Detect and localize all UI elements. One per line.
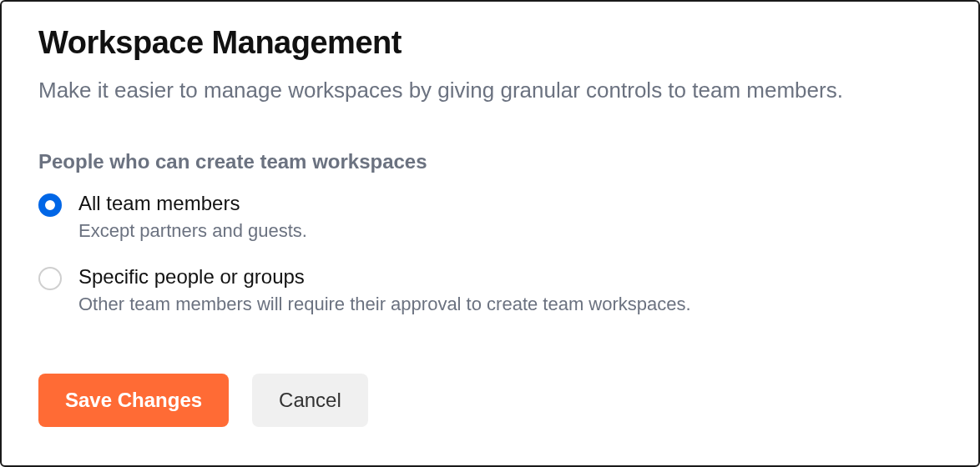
- radio-icon: [38, 193, 62, 217]
- radio-content: All team members Except partners and gue…: [78, 192, 307, 242]
- radio-option-all-members[interactable]: All team members Except partners and gue…: [38, 192, 942, 242]
- save-button[interactable]: Save Changes: [38, 374, 229, 427]
- section-label: People who can create team workspaces: [38, 150, 942, 173]
- radio-icon: [38, 267, 62, 290]
- page-subtitle: Make it easier to manage workspaces by g…: [38, 78, 942, 103]
- radio-content: Specific people or groups Other team mem…: [78, 265, 691, 315]
- radio-description: Except partners and guests.: [78, 220, 307, 242]
- radio-option-specific-people[interactable]: Specific people or groups Other team mem…: [38, 265, 942, 315]
- page-title: Workspace Management: [38, 25, 942, 61]
- cancel-button[interactable]: Cancel: [252, 374, 368, 427]
- radio-label: Specific people or groups: [78, 265, 691, 289]
- radio-label: All team members: [78, 192, 307, 215]
- radio-description: Other team members will require their ap…: [78, 294, 691, 315]
- button-row: Save Changes Cancel: [38, 374, 942, 427]
- radio-group: All team members Except partners and gue…: [38, 192, 942, 315]
